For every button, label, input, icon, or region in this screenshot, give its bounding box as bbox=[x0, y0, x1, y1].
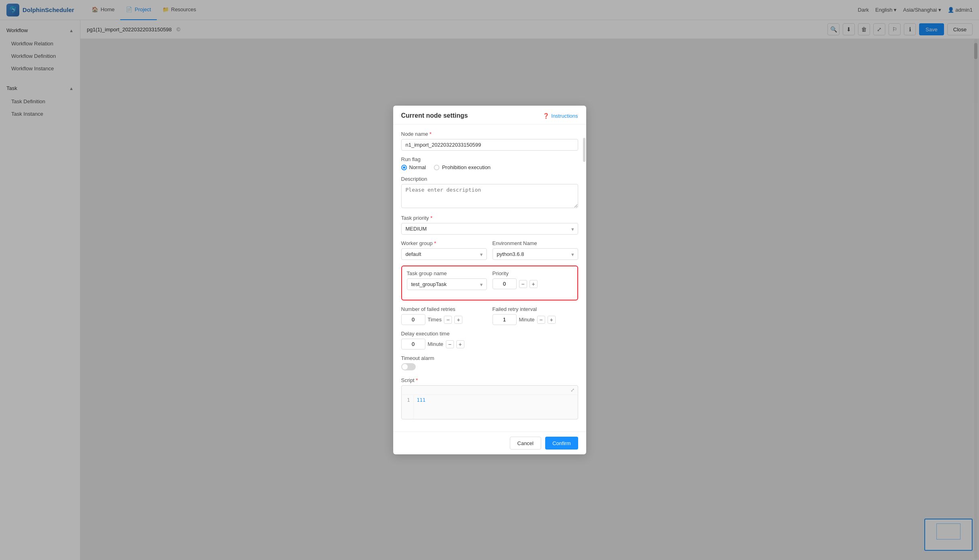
task-group-name-group: Task group name test_groupTask bbox=[407, 270, 487, 290]
confirm-button[interactable]: Confirm bbox=[545, 437, 578, 450]
delay-execution-stepper-buttons: − + bbox=[446, 340, 464, 348]
environment-name-select[interactable]: python3.6.8 bbox=[493, 248, 578, 260]
retries-stepper-buttons: − + bbox=[444, 316, 462, 324]
worker-group-group: Worker group * default bbox=[401, 240, 487, 260]
script-line-numbers: 1 bbox=[402, 395, 414, 419]
modal-header: Current node settings ❓ Instructions bbox=[393, 106, 586, 125]
radio-prohibition-circle bbox=[434, 165, 439, 170]
task-priority-select-wrapper: MEDIUM bbox=[401, 223, 578, 235]
description-label: Description bbox=[401, 176, 578, 182]
node-settings-modal: Current node settings ❓ Instructions Nod… bbox=[393, 106, 586, 454]
delay-increment-button[interactable]: + bbox=[456, 340, 464, 348]
task-group-name-select[interactable]: test_groupTask bbox=[407, 278, 487, 290]
required-asterisk: * bbox=[429, 131, 431, 137]
retry-interval-increment-button[interactable]: + bbox=[548, 316, 556, 324]
priority-input[interactable] bbox=[493, 278, 517, 289]
task-group-priority-box: Task group name test_groupTask Priority bbox=[401, 266, 578, 300]
script-editor[interactable]: ⤢ 1 111 bbox=[401, 385, 578, 419]
description-group: Description bbox=[401, 176, 578, 209]
delay-decrement-button[interactable]: − bbox=[446, 340, 454, 348]
maximize-icon[interactable]: ⤢ bbox=[571, 387, 575, 393]
script-group: Script * ⤢ 1 111 bbox=[401, 377, 578, 419]
run-flag-label: Run flag bbox=[401, 156, 578, 162]
environment-name-select-wrapper: python3.6.8 bbox=[493, 248, 578, 260]
environment-name-label: Environment Name bbox=[493, 240, 578, 246]
priority-stepper: − + bbox=[493, 278, 573, 289]
retries-increment-button[interactable]: + bbox=[454, 316, 462, 324]
run-flag-radio-group: Normal Prohibition execution bbox=[401, 164, 578, 170]
question-icon: ❓ bbox=[543, 113, 549, 119]
description-textarea[interactable] bbox=[401, 184, 578, 208]
priority-increment-button[interactable]: + bbox=[530, 280, 538, 288]
retry-interval-stepper: Minute − + bbox=[493, 314, 578, 325]
retry-interval-decrement-button[interactable]: − bbox=[537, 316, 545, 324]
script-body: 1 111 bbox=[402, 395, 578, 419]
retries-decrement-button[interactable]: − bbox=[444, 316, 452, 324]
retry-interval-input[interactable] bbox=[493, 314, 517, 325]
node-name-input[interactable] bbox=[401, 139, 578, 151]
task-group-priority-row: Task group name test_groupTask Priority bbox=[407, 270, 573, 296]
timeout-alarm-toggle[interactable] bbox=[401, 363, 416, 370]
instructions-link[interactable]: ❓ Instructions bbox=[543, 113, 578, 119]
retry-interval-label: Failed retry interval bbox=[493, 306, 578, 312]
retry-interval-unit: Minute bbox=[519, 317, 535, 323]
failed-retries-stepper: Times − + bbox=[401, 314, 487, 325]
worker-group-select-wrapper: default bbox=[401, 248, 487, 260]
retry-interval-stepper-buttons: − + bbox=[537, 316, 556, 324]
environment-name-group: Environment Name python3.6.8 bbox=[493, 240, 578, 260]
cancel-button[interactable]: Cancel bbox=[510, 437, 541, 450]
task-group-name-label: Task group name bbox=[407, 270, 487, 276]
delay-execution-label: Delay execution time bbox=[401, 331, 578, 337]
worker-group-select[interactable]: default bbox=[401, 248, 487, 260]
run-flag-prohibition[interactable]: Prohibition execution bbox=[434, 164, 491, 170]
worker-env-row: Worker group * default Environment Name … bbox=[401, 240, 578, 266]
priority-stepper-buttons: − + bbox=[519, 280, 538, 288]
node-name-label: Node name * bbox=[401, 131, 578, 137]
retry-interval-group: Failed retry interval Minute − + bbox=[493, 306, 578, 325]
modal-scrollbar[interactable] bbox=[583, 130, 585, 430]
node-name-group: Node name * bbox=[401, 131, 578, 151]
task-group-name-select-wrapper: test_groupTask bbox=[407, 278, 487, 290]
priority-decrement-button[interactable]: − bbox=[519, 280, 527, 288]
priority-label: Priority bbox=[493, 270, 573, 276]
retries-unit: Times bbox=[428, 317, 442, 323]
retries-row: Number of failed retries Times − + Faile… bbox=[401, 306, 578, 331]
failed-retries-input[interactable] bbox=[401, 314, 425, 325]
timeout-alarm-label: Timeout alarm bbox=[401, 355, 578, 361]
script-label: Script * bbox=[401, 377, 578, 383]
toggle-thumb bbox=[402, 364, 408, 370]
worker-group-label: Worker group * bbox=[401, 240, 487, 246]
radio-normal-circle bbox=[401, 165, 407, 170]
failed-retries-group: Number of failed retries Times − + bbox=[401, 306, 487, 325]
modal-title: Current node settings bbox=[401, 112, 468, 119]
delay-execution-stepper: Minute − + bbox=[401, 339, 578, 349]
script-content[interactable]: 111 bbox=[414, 395, 578, 419]
modal-overlay: Current node settings ❓ Instructions Nod… bbox=[0, 0, 979, 560]
task-priority-group: Task priority * MEDIUM bbox=[401, 215, 578, 235]
task-priority-select[interactable]: MEDIUM bbox=[401, 223, 578, 235]
run-flag-group: Run flag Normal Prohibition execution bbox=[401, 156, 578, 170]
modal-footer: Cancel Confirm bbox=[393, 431, 586, 454]
failed-retries-label: Number of failed retries bbox=[401, 306, 487, 312]
delay-execution-group: Delay execution time Minute − + bbox=[401, 331, 578, 349]
timeout-alarm-group: Timeout alarm bbox=[401, 355, 578, 372]
task-priority-label: Task priority * bbox=[401, 215, 578, 221]
priority-group: Priority − + bbox=[493, 270, 573, 290]
run-flag-normal[interactable]: Normal bbox=[401, 164, 426, 170]
modal-body: Node name * Run flag Normal Prohibition … bbox=[393, 125, 586, 431]
delay-execution-unit: Minute bbox=[428, 341, 443, 347]
script-header: ⤢ bbox=[402, 386, 578, 395]
delay-execution-input[interactable] bbox=[401, 339, 425, 349]
